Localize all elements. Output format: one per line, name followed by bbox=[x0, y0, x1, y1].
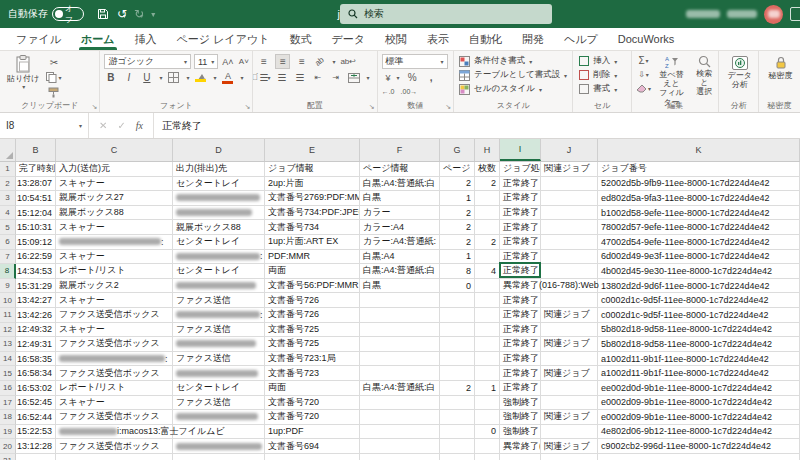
row-header-10[interactable]: 10 bbox=[0, 293, 16, 308]
cell-H1[interactable]: 枚数 bbox=[475, 162, 500, 177]
tab-ヘルプ[interactable]: ヘルプ bbox=[554, 29, 608, 50]
cell-C9[interactable]: 親展ボックス2 bbox=[56, 279, 173, 294]
column-header-C[interactable]: C bbox=[56, 139, 173, 161]
cell-G18[interactable] bbox=[440, 410, 475, 425]
cell-E2[interactable]: 2up:片面 bbox=[265, 177, 360, 192]
cell-F13[interactable] bbox=[360, 337, 440, 352]
column-header-F[interactable]: F bbox=[360, 139, 440, 161]
cell-G14[interactable] bbox=[440, 352, 475, 367]
row-header-3[interactable]: 3 bbox=[0, 191, 16, 206]
cell-B16[interactable]: 16:53:02 bbox=[16, 381, 56, 396]
cell-C6[interactable]: : bbox=[56, 235, 173, 250]
font-name-select[interactable]: 游ゴシック▾ bbox=[104, 54, 191, 69]
align-center-icon[interactable]: ☰ bbox=[275, 71, 288, 84]
orientation-icon[interactable]: ab bbox=[311, 52, 329, 70]
cell-B9[interactable]: 15:31:29 bbox=[16, 279, 56, 294]
conditional-formatting-button[interactable]: 条件付き書式▾ bbox=[458, 54, 570, 68]
cell-H9[interactable] bbox=[475, 279, 500, 294]
cell-J8[interactable] bbox=[541, 264, 598, 279]
cell-H6[interactable]: 2 bbox=[475, 235, 500, 250]
cell-K19[interactable]: 4e802d06-9b12-11ee-8000-1c7d224d4e42 bbox=[598, 425, 800, 440]
cell-H18[interactable] bbox=[475, 410, 500, 425]
cell-C20[interactable]: ファクス送受信ボックス bbox=[56, 439, 173, 454]
cell-I7[interactable]: 正常終了 bbox=[500, 250, 541, 265]
cell-I16[interactable]: 正常終了 bbox=[500, 381, 541, 396]
cell-B3[interactable]: 10:54:51 bbox=[16, 191, 56, 206]
cell-G19[interactable] bbox=[440, 425, 475, 440]
cell-G13[interactable] bbox=[440, 337, 475, 352]
cell-D21[interactable] bbox=[173, 454, 265, 460]
fill-icon[interactable]: ⇩▾ bbox=[636, 68, 651, 81]
cell-C5[interactable]: スキャナー bbox=[56, 220, 173, 235]
align-right-icon[interactable]: ☰ bbox=[293, 71, 306, 84]
cell-C16[interactable]: レポート/リスト bbox=[56, 381, 173, 396]
increase-decimal-icon[interactable]: ←.0 bbox=[382, 85, 395, 98]
cell-B13[interactable]: 12:49:31 bbox=[16, 337, 56, 352]
cell-D18[interactable] bbox=[173, 410, 265, 425]
cell-C2[interactable]: スキャナー bbox=[56, 177, 173, 192]
tab-開発[interactable]: 開発 bbox=[512, 29, 554, 50]
cell-K16[interactable]: ee002d0d-9b1e-11ee-8000-1c7d224d4e42 bbox=[598, 381, 800, 396]
row-header-21[interactable]: 21 bbox=[0, 454, 16, 460]
cut-icon[interactable]: ✂ bbox=[46, 56, 61, 69]
align-top-icon[interactable]: ≡ bbox=[257, 55, 270, 68]
cell-G5[interactable]: 2 bbox=[440, 220, 475, 235]
alignment-dialog-launcher-icon[interactable]: ↘ bbox=[369, 103, 375, 111]
cell-I3[interactable]: 正常終了 bbox=[500, 191, 541, 206]
cell-K20[interactable]: c9002cb2-996d-11ee-8000-1c7d224d4e42 bbox=[598, 439, 800, 454]
cell-D20[interactable] bbox=[173, 439, 265, 454]
clear-icon[interactable]: ▾ bbox=[636, 82, 651, 95]
cell-D7[interactable]: : bbox=[173, 250, 265, 265]
cell-J19[interactable] bbox=[541, 425, 598, 440]
cell-B6[interactable]: 15:09:12 bbox=[16, 235, 56, 250]
cell-B5[interactable]: 15:10:31 bbox=[16, 220, 56, 235]
tab-校閲[interactable]: 校閲 bbox=[375, 29, 417, 50]
cell-H19[interactable]: 0 bbox=[475, 425, 500, 440]
cell-J6[interactable] bbox=[541, 235, 598, 250]
cell-I1[interactable]: ジョブ処理結果 bbox=[500, 162, 541, 177]
number-format-select[interactable]: 標準▾ bbox=[382, 54, 448, 69]
wrap-text-icon[interactable]: ab↩ bbox=[340, 55, 356, 68]
cell-I4[interactable]: 正常終了 bbox=[500, 206, 541, 221]
name-box[interactable]: I8 ▾ bbox=[0, 113, 89, 138]
cell-F4[interactable]: カラー bbox=[360, 206, 440, 221]
cell-F3[interactable]: 白黒 bbox=[360, 191, 440, 206]
autosave-control[interactable]: 自動保存 オフ bbox=[8, 7, 84, 21]
cell-G10[interactable] bbox=[440, 293, 475, 308]
cell-D2[interactable]: センタートレイ bbox=[173, 177, 265, 192]
cell-G8[interactable]: 8 bbox=[440, 264, 475, 279]
cell-G16[interactable]: 2 bbox=[440, 381, 475, 396]
cell-E9[interactable]: 文書番号56:PDF:MMR bbox=[265, 279, 360, 294]
cell-B2[interactable]: 13:28:07 bbox=[16, 177, 56, 192]
cell-J15[interactable]: 関連ジョブ bbox=[541, 366, 598, 381]
cell-C18[interactable]: ファクス送受信ボックス bbox=[56, 410, 173, 425]
format-as-table-button[interactable]: テーブルとして書式設定▾ bbox=[458, 68, 570, 82]
cell-G20[interactable] bbox=[440, 439, 475, 454]
row-header-17[interactable]: 17 bbox=[0, 396, 16, 411]
cell-E12[interactable]: 文書番号725 bbox=[265, 323, 360, 338]
row-header-20[interactable]: 20 bbox=[0, 439, 16, 454]
cell-H5[interactable] bbox=[475, 220, 500, 235]
row-header-13[interactable]: 13 bbox=[0, 337, 16, 352]
cell-F20[interactable] bbox=[360, 439, 440, 454]
cell-C21[interactable] bbox=[56, 454, 173, 460]
cell-D8[interactable]: センタートレイ bbox=[173, 264, 265, 279]
column-header-G[interactable]: G bbox=[440, 139, 475, 161]
cell-H4[interactable] bbox=[475, 206, 500, 221]
cell-J5[interactable] bbox=[541, 220, 598, 235]
cell-G3[interactable]: 1 bbox=[440, 191, 475, 206]
borders-icon[interactable] bbox=[167, 71, 180, 84]
cell-I14[interactable]: 正常終了 bbox=[500, 352, 541, 367]
cell-G9[interactable]: 0 bbox=[440, 279, 475, 294]
qat-overflow-icon[interactable]: ▾ bbox=[151, 10, 155, 19]
cell-C15[interactable]: ファクス送受信ボックス bbox=[56, 366, 173, 381]
cell-I6[interactable]: 正常終了 bbox=[500, 235, 541, 250]
tab-ページ レイアウト[interactable]: ページ レイアウト bbox=[167, 29, 280, 50]
align-left-icon[interactable]: ☰ bbox=[257, 71, 270, 84]
cell-I10[interactable]: 正常終了 bbox=[500, 293, 541, 308]
tab-数式[interactable]: 数式 bbox=[279, 29, 321, 50]
cell-B1[interactable]: 完了時刻 bbox=[16, 162, 56, 177]
cell-B17[interactable]: 16:52:45 bbox=[16, 396, 56, 411]
cell-F11[interactable] bbox=[360, 308, 440, 323]
cell-C7[interactable]: スキャナー bbox=[56, 250, 173, 265]
